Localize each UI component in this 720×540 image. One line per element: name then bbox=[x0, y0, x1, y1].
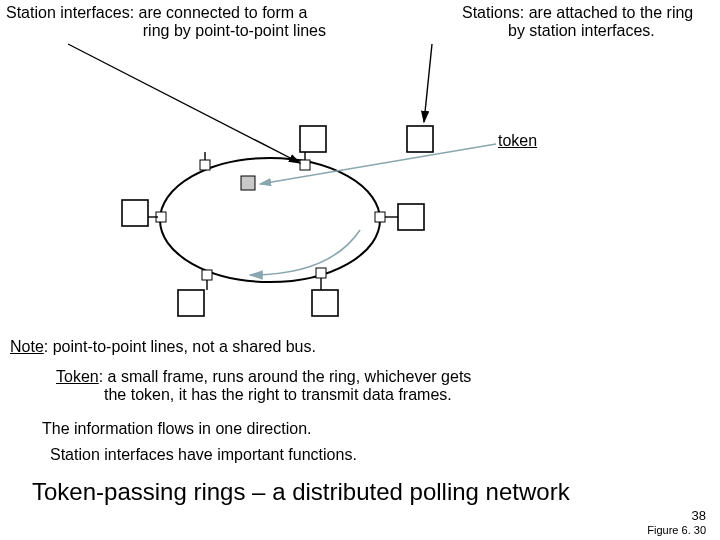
stations-group bbox=[122, 126, 433, 316]
station-node bbox=[300, 126, 326, 152]
note-prefix: Note bbox=[10, 338, 44, 355]
note-rest: : a small frame, runs around the ring, w… bbox=[99, 368, 472, 385]
station-node bbox=[178, 290, 204, 316]
note-flow: The information flows in one direction. bbox=[42, 420, 311, 438]
token-icon bbox=[241, 176, 255, 190]
note-functions: Station interfaces have important functi… bbox=[50, 446, 357, 464]
page-number: 38 bbox=[692, 508, 706, 523]
station-node bbox=[407, 126, 433, 152]
station-lines bbox=[146, 152, 398, 290]
figure-label: Figure 6. 30 bbox=[647, 524, 706, 536]
interface-node bbox=[200, 160, 210, 170]
arrow-to-interface bbox=[68, 44, 300, 163]
station-node bbox=[398, 204, 424, 230]
interface-node bbox=[300, 160, 310, 170]
ring-ellipse bbox=[160, 158, 380, 282]
slide-title: Token-passing rings – a distributed poll… bbox=[32, 478, 570, 506]
note-rest: : point-to-point lines, not a shared bus… bbox=[44, 338, 316, 355]
note-line2: the token, it has the right to transmit … bbox=[56, 386, 576, 404]
note-prefix: Token bbox=[56, 368, 99, 385]
arrow-flow bbox=[250, 230, 360, 275]
note-token: Token: a small frame, runs around the ri… bbox=[56, 368, 576, 404]
interface-node bbox=[316, 268, 326, 278]
note-ptp: Note: point-to-point lines, not a shared… bbox=[10, 338, 316, 356]
arrow-to-station bbox=[424, 44, 432, 122]
interface-node bbox=[202, 270, 212, 280]
interface-node bbox=[375, 212, 385, 222]
station-node bbox=[312, 290, 338, 316]
arrow-token-label bbox=[260, 144, 496, 184]
station-node bbox=[122, 200, 148, 226]
